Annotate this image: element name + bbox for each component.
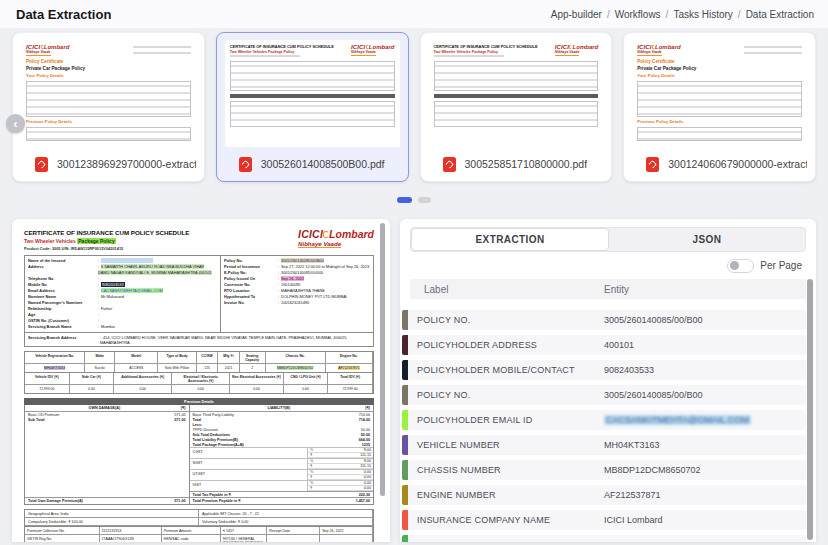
certificate-subtitle: Two Wheeler Vehicles Package Policy — [24, 238, 189, 244]
mini-doc-section: Your Policy Details — [26, 73, 191, 78]
skeleton-table — [637, 127, 802, 141]
extraction-row[interactable]: POLICY NO. 3005/260140085/00/B00 — [402, 310, 806, 330]
pdf-icon — [239, 157, 252, 172]
extraction-row[interactable]: POLICYHOLDER MOBILE/CONTACT 9082403533 — [402, 360, 806, 380]
skeleton-text — [133, 46, 191, 54]
entity-label: POLICY NO. — [408, 315, 604, 325]
mini-doc-heading: Policy Certificate — [637, 59, 802, 64]
icici-lombard-logo: ICICILombard Nibhaye Vaade — [555, 44, 598, 56]
entity-label: POLICYHOLDER MOBILE/CONTACT — [408, 365, 604, 375]
skeleton-text — [434, 55, 504, 58]
mini-doc-subheading: Private Car Package Policy — [637, 66, 802, 71]
entity-value: 9082403533 — [604, 365, 654, 375]
entity-value: CACSANKITMEHTA@GMAIL.COM — [604, 415, 751, 425]
skeleton-table — [637, 81, 802, 117]
extraction-table-header: Label Entity — [410, 279, 806, 299]
thumbnail-preview: ICICILombard Nibhaye Vaade Policy Certif… — [632, 40, 807, 147]
skeleton-table — [230, 61, 395, 91]
mini-doc-title: CERTIFICATE OF INSURANCE CUM POLICY SCHE… — [230, 44, 334, 49]
mini-doc-subtitle: Two Wheeler Vehicles Package Policy — [434, 50, 538, 54]
extraction-row[interactable]: VEHICLE NUMBER MH04KT3163 — [402, 435, 806, 455]
thumbnail-filename: 300526014008500B00.pdf — [261, 158, 385, 170]
mini-schedule-document: CERTIFICATE OF INSURANCE CUM POLICY SCHE… — [230, 44, 395, 127]
entity-label: POLICYHOLDER ADDRESS — [408, 340, 604, 350]
document-thumbnail[interactable]: ICICILombard Nibhaye Vaade Policy Certif… — [623, 32, 816, 182]
carousel-prev-button[interactable]: ‹ — [6, 114, 25, 133]
thumbnail-filename-row: 300525851710800000.pdf — [429, 147, 604, 181]
thumbnail-filename-row: 300123896929700000-extracted.pdf — [21, 147, 196, 181]
extraction-panel: EXTRACTION JSON Per Page Label Entity PO… — [400, 219, 816, 542]
entity-value: MB8DP12DCM8650702 — [604, 465, 701, 475]
thumbnail-filename: 300525851710800000.pdf — [465, 158, 588, 170]
skeleton-section-bar — [434, 94, 599, 98]
extraction-row[interactable] — [402, 535, 806, 542]
vehicle-table: Vehicle Registration No.MakeModelType of… — [24, 351, 374, 373]
gst-row: SGST %9.00 ₹111.15 — [190, 458, 373, 469]
entity-label: POLICY NO. — [408, 390, 604, 400]
document-thumbnail[interactable]: ICICILombard Nibhaye Vaade Policy Certif… — [216, 32, 409, 182]
breadcrumb-item[interactable]: Tasks History — [661, 9, 733, 20]
mini-doc-heading: Policy Certificate — [26, 59, 191, 64]
chevron-left-icon: ‹ — [13, 116, 17, 131]
skeleton-text — [230, 55, 300, 58]
breadcrumb-item[interactable]: App-builder — [551, 9, 602, 20]
tab-json[interactable]: JSON — [609, 228, 805, 251]
breadcrumb: App-builder Workflows Tasks History Data… — [551, 9, 814, 20]
mini-doc-title: CERTIFICATE OF INSURANCE CUM POLICY SCHE… — [434, 44, 538, 49]
skeleton-table — [26, 81, 191, 117]
breadcrumb-item[interactable]: Workflows — [602, 9, 661, 20]
entity-label: VEHICLE NUMBER — [408, 440, 604, 450]
pagination-dot[interactable] — [418, 197, 431, 203]
document-field: Servicing Branch Name Mumbai — [28, 324, 217, 330]
extraction-row[interactable]: CHASSIS NUMBER MB8DP12DCM8650702 — [402, 460, 806, 480]
extraction-row[interactable]: POLICYHOLDER EMAIL ID CACSANKITMEHTA@GMA… — [402, 410, 806, 430]
skeleton-table — [434, 101, 599, 127]
skeleton-table — [434, 61, 599, 91]
pdf-icon — [443, 157, 456, 172]
extraction-scrollbar[interactable] — [807, 279, 813, 540]
extraction-row[interactable]: POLICYHOLDER ADDRESS 400101 — [402, 335, 806, 355]
pdf-icon — [646, 157, 659, 172]
thumbnail-preview: ICICILombard Nibhaye Vaade Policy Certif… — [21, 40, 196, 147]
document-carousel: ‹ ICICILombard Nibhaye Vaade Policy Cert… — [12, 32, 816, 182]
document-thumbnail[interactable]: ICICILombard Nibhaye Vaade Policy Certif… — [12, 32, 205, 182]
scrollbar-thumb[interactable] — [807, 279, 813, 540]
premium-details-bar: Premium Details — [24, 398, 374, 405]
thumbnail-filename-row: 300124060679000000-extracted.pdf — [632, 147, 807, 181]
icici-c-swoosh-icon — [323, 231, 328, 239]
extraction-row[interactable]: INSURANCE COMPANY NAME ICICI Lombard — [402, 510, 806, 530]
icici-lombard-logo: ICICILombard Nibhaye Vaade — [637, 44, 680, 56]
entity-label: CHASSIS NUMBER — [408, 465, 604, 475]
app-header: Data Extraction App-builder Workflows Ta… — [0, 0, 828, 28]
insured-details-table: Name of the Insured Address 6 SAMARTH CH… — [24, 255, 374, 334]
certificate-title: CERTIFICATE OF INSURANCE CUM POLICY SCHE… — [24, 229, 189, 236]
panel-tabs: EXTRACTION JSON — [410, 227, 806, 252]
per-page-row: Per Page — [402, 252, 806, 279]
entity-value: 3005/260140085/00/B00 — [604, 390, 703, 400]
document-thumbnail[interactable]: ICICILombard Nibhaye Vaade Policy Certif… — [420, 32, 613, 182]
gst-row: IGST %0.00 ₹0.00 — [190, 480, 373, 491]
toggle-knob — [730, 261, 739, 270]
per-page-toggle[interactable] — [727, 259, 754, 273]
entity-label: ENGINE NUMBER — [408, 490, 604, 500]
entity-value: 400101 — [604, 340, 634, 350]
insurance-certificate: CERTIFICATE OF INSURANCE CUM POLICY SCHE… — [24, 229, 374, 542]
gst-row: UTGST %0.00 ₹0.00 — [190, 469, 373, 480]
entity-color-bar — [402, 535, 408, 542]
mini-doc-section: Previous Policy Details — [637, 119, 802, 124]
document-scrollbar[interactable] — [380, 223, 385, 496]
entity-value: AF212537871 — [604, 490, 661, 500]
pagination-dot-active[interactable] — [397, 197, 412, 203]
tab-extraction[interactable]: EXTRACTION — [411, 228, 609, 251]
mini-doc-subtitle: Two Wheeler Vehicles Package Policy — [230, 50, 334, 54]
mini-doc-subheading: Private Car Package Policy — [26, 66, 191, 71]
thumbnail-preview: ICICILombard Nibhaye Vaade Policy Certif… — [429, 40, 604, 147]
scrollbar-thumb[interactable] — [380, 223, 385, 496]
icici-lombard-logo: ICICILombard Nibhaye Vaade — [298, 229, 374, 248]
mini-policy-document: ICICILombard Nibhaye Vaade Policy Certif… — [637, 44, 802, 141]
premium-table: OWN DAMAGE(A)(₹) Basic OD Premium571.00 … — [24, 405, 374, 505]
extraction-row[interactable]: ENGINE NUMBER AF212537871 — [402, 485, 806, 505]
extraction-row[interactable]: POLICY NO. 3005/260140085/00/B00 — [402, 385, 806, 405]
thumbnail-filename: 300124060679000000-extracted.pdf — [668, 158, 807, 170]
breadcrumb-item[interactable]: Data Extraction — [733, 9, 814, 20]
